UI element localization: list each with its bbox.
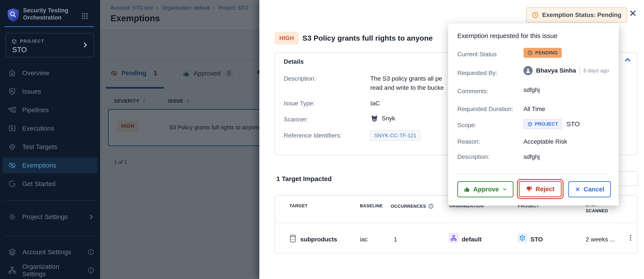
layers-icon	[8, 248, 16, 256]
reason-label: Reason:	[457, 138, 480, 145]
sidebar-divider	[4, 236, 96, 236]
chevron-up-icon[interactable]	[624, 56, 632, 63]
current-status-label: Current Status	[457, 51, 497, 58]
column-header-baseline: BASELINE	[360, 203, 383, 208]
requested-by-label: Requested By:	[457, 69, 497, 76]
project-cube-icon	[518, 233, 528, 243]
svg-text:</>: </>	[291, 238, 295, 241]
info-icon[interactable]	[88, 267, 94, 274]
exemptions-page: Account: STO test › Organization: defaul…	[100, 0, 259, 279]
scanner-value: Snyk	[370, 114, 395, 123]
chevron-right-icon	[81, 41, 89, 49]
sidebar-divider	[4, 200, 96, 201]
close-icon[interactable]	[629, 9, 637, 17]
reference-identifiers-label: Reference Identifiers:	[284, 132, 342, 139]
sidebar-item-get-started[interactable]: Get Started	[2, 176, 98, 192]
sidebar-item-label: Exemptions	[22, 162, 56, 169]
sidebar-item-overview[interactable]: Overview	[2, 65, 98, 81]
description-value-line2: read and write to the bucke	[370, 84, 444, 91]
issue-detail-drawer: HIGH S3 Policy grants full rights to any…	[259, 0, 644, 279]
project-selector[interactable]: PROJECT STO	[6, 33, 94, 57]
description-label: Description:	[457, 153, 490, 160]
exemption-status-label: Exemption Status: Pending	[542, 11, 621, 18]
reject-focus-ring: Reject	[517, 179, 564, 199]
info-icon[interactable]	[88, 249, 94, 256]
organization-icon	[448, 233, 459, 243]
sidebar-item-label: Organization Settings	[22, 263, 81, 278]
org-tree-icon	[8, 267, 16, 274]
approve-button[interactable]: Approve	[457, 181, 514, 197]
description-value-line1: The S3 policy grants all pe	[370, 75, 442, 82]
chevron-right-icon	[88, 214, 94, 220]
shield-search-icon	[8, 88, 16, 95]
sidebar-item-executions[interactable]: Executions	[2, 121, 98, 136]
eye-off-icon	[8, 161, 16, 169]
target-name[interactable]: subproducts	[300, 236, 337, 243]
occurrences-value: 1	[394, 236, 397, 243]
kebab-menu-icon[interactable]	[626, 234, 634, 242]
details-heading: Details	[284, 58, 304, 65]
sidebar-accent-divider	[4, 26, 94, 27]
cube-icon	[528, 121, 532, 127]
sidebar-item-issues[interactable]: Issues	[2, 84, 98, 99]
sidebar-item-organization-settings[interactable]: Organization Settings	[2, 263, 103, 278]
info-icon[interactable]	[428, 203, 434, 209]
sidebar-item-label: Account Settings	[22, 248, 71, 256]
table-divider	[275, 223, 637, 223]
requested-by-value: Bhavya Sinha 6 days ago	[524, 66, 609, 75]
thumbs-up-icon	[464, 186, 470, 193]
sidebar-item-exemptions[interactable]: Exemptions	[2, 158, 98, 173]
scope-project-name: STO	[566, 120, 580, 128]
sidebar-item-label: Pipelines	[22, 106, 49, 114]
screen: Security Testing Orchestration PROJECT S…	[0, 0, 644, 279]
sidebar-item-account-settings[interactable]: Account Settings	[2, 244, 103, 260]
comments-value: sdfghj	[524, 86, 540, 93]
reference-identifier-chip[interactable]: SNYK-CC-TF-121	[370, 130, 420, 141]
sidebar-item-label: Test Targets	[22, 143, 57, 151]
cube-icon	[11, 39, 17, 44]
sidebar-nav: Overview Issues Pipelines	[2, 65, 98, 192]
description-value: sdfghj	[524, 153, 540, 160]
scope-project-badge: PROJECT	[524, 119, 562, 129]
divider	[580, 67, 580, 74]
sidebar-item-label: Project Settings	[22, 213, 68, 221]
bucket-icon: </>	[288, 234, 297, 243]
pipelines-icon	[8, 106, 16, 114]
snyk-logo-icon	[370, 114, 378, 123]
comments-label: Comments:	[457, 88, 488, 95]
cancel-button[interactable]: Cancel	[568, 181, 611, 197]
description-label: Description:	[284, 75, 316, 82]
popup-title: Exemption requested for this issue	[457, 32, 558, 39]
sidebar: Security Testing Orchestration PROJECT S…	[0, 0, 100, 279]
target-icon	[8, 143, 16, 151]
current-status-value: PENDING	[524, 48, 562, 58]
duration-label: Requested Duration:	[457, 106, 513, 113]
reject-button[interactable]: Reject	[519, 181, 562, 197]
project-selector-label: PROJECT	[20, 39, 44, 44]
reason-value: Acceptable Risk	[524, 138, 567, 145]
exemption-popup: Exemption requested for this issue Curre…	[448, 23, 619, 206]
thumbs-down-icon	[526, 186, 532, 192]
sidebar-item-test-targets[interactable]: Test Targets	[2, 139, 98, 155]
requester-name: Bhavya Sinha	[536, 67, 576, 74]
executions-icon	[8, 124, 16, 132]
modal-dim-overlay	[100, 0, 259, 279]
sidebar-item-pipelines[interactable]: Pipelines	[2, 102, 98, 118]
sidebar-item-project-settings[interactable]: Project Settings	[2, 209, 103, 225]
clock-icon	[532, 11, 539, 18]
home-icon	[8, 69, 16, 77]
project-name: STO	[530, 236, 543, 243]
app-logo-shield-icon	[6, 8, 20, 22]
issue-type-value: IaC	[370, 100, 380, 107]
scope-label: Scope:	[457, 122, 476, 129]
popup-divider	[456, 174, 611, 174]
issue-type-label: Issue Type:	[284, 100, 315, 107]
column-header-target: TARGET	[289, 203, 308, 208]
x-icon	[575, 186, 580, 192]
duration-value: All Time	[524, 106, 545, 113]
last-scanned-value: 2 weeks ...	[586, 236, 615, 243]
module-grid-icon[interactable]	[81, 12, 89, 20]
gear-icon	[8, 213, 16, 221]
column-header-occurrences: OCCURRENCES	[391, 203, 434, 209]
exemption-status-chip[interactable]: Exemption Status: Pending	[526, 7, 627, 22]
